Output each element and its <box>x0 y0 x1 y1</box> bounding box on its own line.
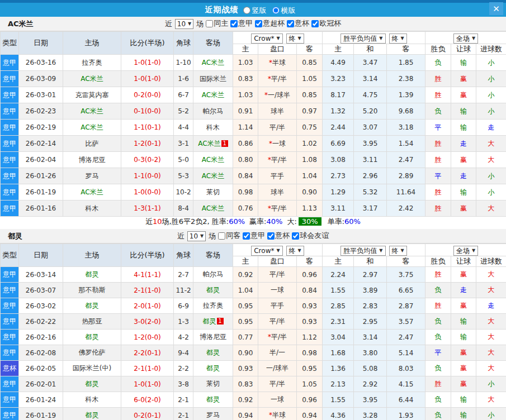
checkbox-input[interactable] <box>230 20 238 27</box>
scope-select[interactable]: 全场▼ <box>453 246 478 256</box>
filter-checkbox[interactable]: 意甲 <box>230 18 253 28</box>
team-name-text: 都灵 <box>206 286 220 294</box>
score-cell: 1-0(1-0) <box>121 376 174 392</box>
date-cell: 26-02-22 <box>19 314 63 330</box>
sub-column-header: 让球 <box>451 44 476 55</box>
handicap-cell: 平/半 <box>258 376 297 392</box>
goals-cell: 走 <box>476 120 506 136</box>
home-team-cell: AC米兰 <box>63 120 121 136</box>
sub-column-header: 胜负 <box>425 256 451 267</box>
filter-checkbox[interactable]: 同主 <box>206 18 228 28</box>
avg-period-select[interactable]: 终▼ <box>389 34 407 44</box>
section-torino: 都灵 近 10▼ 场 同客意甲意杯球会友谊 类型日期主场比分(半场)角球客场Cr… <box>0 229 506 420</box>
avg-period-select[interactable]: 终▼ <box>389 246 407 256</box>
away-team-cell: 拉齐奥 <box>193 298 233 314</box>
chevron-down-icon: ▼ <box>276 34 280 43</box>
section-ac-milan: AC米兰 近 10▼ 场 同主意甲意超杯意杯欧冠杯 类型日期主场比分(半场)角球… <box>0 17 506 227</box>
avg-away-cell: 1.93 <box>387 408 425 420</box>
filter-checkbox[interactable]: 意超杯 <box>255 18 285 28</box>
away-odds-cell: 0.85 <box>297 55 323 71</box>
odds-company-select[interactable]: Crow*▼ <box>251 246 282 256</box>
radio-input[interactable] <box>243 7 250 14</box>
goals-cell: 大 <box>476 136 506 152</box>
home-team-cell: 那不勒斯 <box>63 283 121 298</box>
team-name-text: 都灵 <box>86 333 99 341</box>
filter-checkbox[interactable]: 欧冠杯 <box>311 18 341 28</box>
team-name-text: AC米兰 <box>198 140 220 147</box>
chevron-down-icon: ▼ <box>379 34 382 43</box>
handicap-result-cell: 输 <box>451 392 476 408</box>
filter-checkbox[interactable]: 意杯 <box>287 18 309 28</box>
star-marker: * <box>268 204 271 212</box>
result-cell: 胜 <box>425 136 451 152</box>
sub-column-header: 主 <box>323 44 354 55</box>
away-team-cell: 都灵 <box>193 361 233 376</box>
filter-checkbox[interactable]: 意杯 <box>267 231 290 241</box>
team-name-text: 莱切 <box>206 188 220 196</box>
star-marker: * <box>264 91 268 99</box>
matches-table: 类型日期主场比分(半场)角球客场Crow*▼终▼胜平负均值▼终▼全场▼主盘口客主… <box>0 31 506 217</box>
chevron-down-icon: ▼ <box>298 246 301 255</box>
result-cell: 负 <box>425 283 451 298</box>
checkbox-input[interactable] <box>292 232 299 240</box>
away-team-cell: 莱切 <box>193 376 233 392</box>
checkbox-input[interactable] <box>218 232 225 240</box>
avg-draw-cell: 3.14 <box>354 330 387 345</box>
filter-checkbox[interactable]: 球会友谊 <box>292 231 329 241</box>
filter-checkbox[interactable]: 意甲 <box>243 231 265 241</box>
checkbox-input[interactable] <box>287 20 294 27</box>
odds-period-select[interactable]: 终▼ <box>286 34 304 44</box>
goals-cell: 小 <box>476 71 506 87</box>
date-cell: 26-03-14 <box>19 267 63 283</box>
match-row: 意甲26-01-19AC米兰1-0(0-0)10-2莱切0.98球半0.901.… <box>1 184 506 201</box>
star-marker: * <box>269 411 272 419</box>
corners-cell: 5-2 <box>174 103 193 120</box>
odds-period-select[interactable]: 终▼ <box>286 246 304 256</box>
result-cell: 胜 <box>425 267 451 283</box>
checkbox-input[interactable] <box>255 20 262 27</box>
handicap-cell: *平/半 <box>258 152 297 168</box>
view-mode-option[interactable]: 横版 <box>272 6 296 15</box>
home-odds-cell: 0.91 <box>233 103 258 120</box>
team-name-text: 拉齐奥 <box>82 59 102 66</box>
corners-cell: 2-1 <box>174 408 193 420</box>
avg-header-group: 胜平负均值▼终▼ <box>323 244 425 256</box>
sub-column-header: 主 <box>233 256 258 267</box>
goals-cell: 大 <box>476 201 506 217</box>
match-type-cell: 意甲 <box>1 184 19 201</box>
home-odds-cell: 0.95 <box>233 314 258 330</box>
result-cell: 平 <box>425 168 451 184</box>
avg-draw-cell: 2.96 <box>354 168 387 184</box>
match-row: 意甲26-02-19AC米兰1-1(0-1)4-4科木1.14平/半0.752.… <box>1 120 506 136</box>
home-team-cell: 佛罗伦萨 <box>63 345 121 361</box>
home-odds-cell: 0.80 <box>233 152 258 168</box>
checkbox-input[interactable] <box>267 232 275 240</box>
close-button[interactable]: ✕ <box>489 2 503 15</box>
scope-select[interactable]: 全场▼ <box>453 34 478 44</box>
match-row: 意甲26-03-09AC米兰1-0(1-0)1-6国际米兰0.83*平/半1.0… <box>1 71 506 87</box>
handicap-result-cell: 走 <box>451 136 476 152</box>
recent-count-select[interactable]: 10▼ <box>175 19 193 29</box>
checkbox-input[interactable] <box>243 232 250 240</box>
avg-away-cell: 9.68 <box>387 103 425 120</box>
team-name-text: 那不勒斯 <box>79 286 106 294</box>
avg-type-select[interactable]: 胜平负均值▼ <box>341 246 385 256</box>
corners-cell: 6-9 <box>174 298 193 314</box>
checkbox-input[interactable] <box>206 20 213 27</box>
avg-away-cell: 5.14 <box>387 345 425 361</box>
goals-cell: 小 <box>476 103 506 120</box>
home-odds-cell: 0.98 <box>233 184 258 201</box>
radio-input[interactable] <box>272 7 280 14</box>
handicap-result-cell: 输 <box>451 330 476 345</box>
filter-checkbox[interactable]: 同客 <box>218 231 240 241</box>
recent-count-select[interactable]: 10▼ <box>187 231 206 241</box>
column-header: 日期 <box>19 32 63 55</box>
checkbox-input[interactable] <box>311 20 319 27</box>
view-mode-option[interactable]: 竖版 <box>243 6 267 15</box>
avg-type-select[interactable]: 胜平负均值▼ <box>341 34 385 44</box>
odds-company-select[interactable]: Crow*▼ <box>251 34 282 44</box>
match-row: 意甲26-02-04博洛尼亚0-3(0-2)5-0AC米兰0.80*平/半1.0… <box>1 152 506 168</box>
result-cell: 平 <box>425 120 451 136</box>
match-row: 意甲26-02-14比萨1-2(0-1)3-1AC米兰10.86*一球1.026… <box>1 136 506 152</box>
avg-home-cell: 3.11 <box>323 201 354 217</box>
